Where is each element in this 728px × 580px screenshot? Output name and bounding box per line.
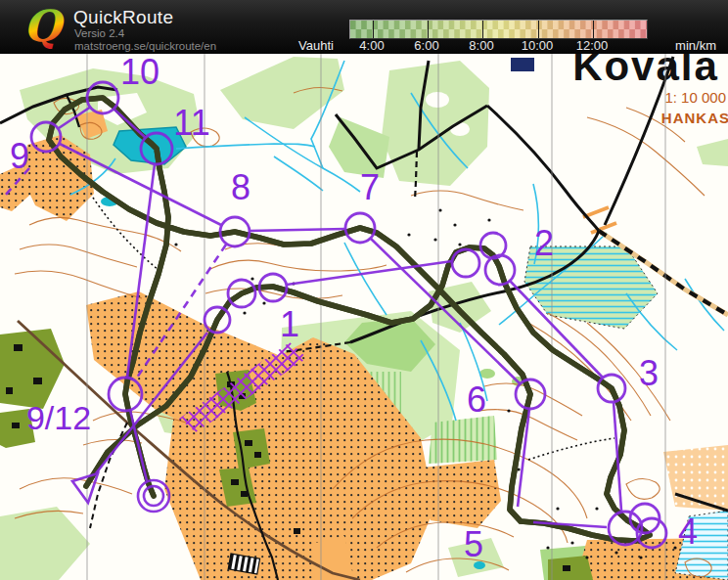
control-label-3: 3 — [639, 353, 659, 393]
quickroute-logo-icon: Q — [20, 2, 65, 53]
app-url[interactable]: matstroeng.se/quickroute/en — [74, 40, 216, 52]
legend-tick — [373, 21, 374, 38]
pace-gradient-bar[interactable] — [349, 20, 648, 39]
control-label-2: 2 — [534, 223, 554, 263]
pace-legend-label: Vauhti — [271, 38, 334, 53]
quickroute-window: Q QuickRoute Versio 2.4 matstroeng.se/qu… — [0, 0, 728, 580]
legend-tick — [593, 21, 594, 38]
logo-letter: Q — [23, 2, 65, 51]
map-title: Kovala — [572, 54, 719, 89]
legend-tick-label: 6:00 — [414, 38, 438, 53]
legend-tick-label: 8:00 — [469, 38, 493, 53]
legend-tick — [538, 21, 539, 38]
app-title: QuickRoute — [73, 7, 173, 28]
control-label-11: 11 — [173, 103, 209, 143]
header-bar: Q QuickRoute Versio 2.4 matstroeng.se/qu… — [0, 0, 728, 54]
app-version: Versio 2.4 — [74, 27, 124, 39]
map-canvas[interactable]: Kovala 1: 10 000 HANKAS — [0, 54, 728, 580]
map-legend-square — [511, 58, 534, 71]
control-label-9-12: 9/12 — [26, 399, 91, 436]
control-label-10: 10 — [120, 54, 159, 92]
control-label-9: 9 — [10, 136, 29, 176]
legend-tick — [482, 21, 483, 38]
legend-tick-label: 4:00 — [359, 38, 384, 53]
legend-tick-label: 10:00 — [522, 38, 554, 53]
map-club: HANKAS — [661, 110, 728, 126]
legend-tick — [428, 21, 429, 38]
control-label-8: 8 — [231, 167, 250, 207]
control-label-6: 6 — [467, 379, 486, 420]
control-label-4: 4 — [678, 512, 698, 552]
pace-legend-unit: min/km — [644, 38, 716, 53]
control-label-7: 7 — [360, 167, 380, 207]
legend-tick-label: 12:00 — [576, 38, 609, 53]
control-label-1: 1 — [280, 304, 299, 344]
map-scale: 1: 10 000 — [664, 89, 726, 106]
control-label-5: 5 — [464, 524, 483, 564]
